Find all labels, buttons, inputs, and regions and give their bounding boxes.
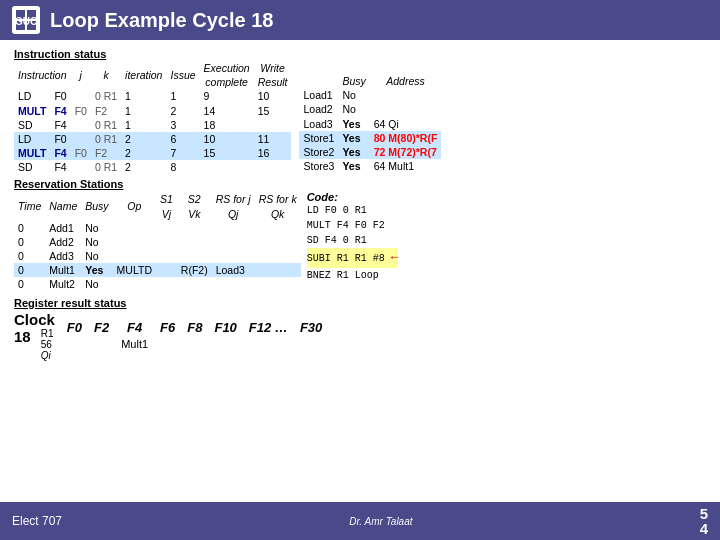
fu-addr: 72 M(72)*R(7	[370, 145, 442, 159]
col-iteration: iteration	[121, 61, 166, 89]
instr-issue: 8	[166, 160, 199, 174]
instr-j	[71, 118, 91, 132]
instr-exec	[200, 160, 254, 174]
instr-issue: 3	[166, 118, 199, 132]
instr-j	[71, 132, 91, 146]
instr-issue: 2	[166, 104, 199, 118]
page-number: 5 4	[700, 506, 708, 536]
reg-value	[181, 337, 208, 352]
instr-issue: 7	[166, 146, 199, 160]
fu-busy: No	[338, 102, 369, 116]
instr-k: F2	[91, 104, 121, 118]
code-line: LD F0 0 R1	[307, 203, 399, 218]
reg-header: F4	[115, 319, 154, 337]
qi-label: Qi	[41, 350, 54, 361]
rs-op: MULTD	[113, 263, 156, 277]
fu-col-addr: Address	[370, 74, 442, 88]
instr-exec: 15	[200, 146, 254, 160]
instruction-status-table: Instruction j k iteration Issue Executio…	[14, 61, 291, 174]
instr-name: MULT	[14, 104, 50, 118]
rs-qj	[212, 235, 255, 249]
instr-exec: 18	[200, 118, 254, 132]
instruction-status-label: Instruction status	[14, 48, 706, 60]
instr-write: 10	[254, 89, 292, 103]
rs-time: 0	[14, 263, 45, 277]
rs-col-name: Name	[45, 192, 81, 220]
rs-qj	[212, 249, 255, 263]
rs-vj	[156, 263, 177, 277]
fu-name: Load2	[299, 102, 338, 116]
logo: GUC	[12, 6, 40, 34]
rs-time: 0	[14, 277, 45, 291]
fu-name: Store1	[299, 131, 338, 145]
r1-section: R1 56 Qi	[41, 328, 54, 361]
rs-busy: No	[81, 221, 112, 235]
rs-qk	[255, 249, 301, 263]
code-section: Code: LD F0 0 R1MULT F4 F0 F2SD F4 0 R1S…	[307, 191, 399, 283]
fu-busy: No	[338, 88, 369, 102]
reg-value	[243, 337, 294, 352]
rs-name: Add2	[45, 235, 81, 249]
instr-reg: F4	[50, 160, 70, 174]
instr-iter: 2	[121, 146, 166, 160]
rs-label: Reservation Stations	[14, 178, 301, 190]
fu-busy: Yes	[338, 131, 369, 145]
reg-header: F8	[181, 319, 208, 337]
reg-result-row: Clock 18 R1 56 Qi F0F2F4F6F8F10F12 …F30 …	[14, 311, 706, 361]
rs-op	[113, 277, 156, 291]
rs-col-s1: S1Vj	[156, 192, 177, 220]
code-line: SUBI R1 R1 #8 ←	[307, 248, 399, 268]
fu-addr	[370, 102, 442, 116]
code-line: BNEZ R1 Loop	[307, 268, 399, 283]
rs-name: Mult1	[45, 263, 81, 277]
rs-name: Mult2	[45, 277, 81, 291]
page-title: Loop Example Cycle 18	[50, 9, 273, 32]
col-j: j	[71, 61, 91, 89]
col-exec: Executioncomplete	[200, 61, 254, 89]
fu-addr: 64 Mult1	[370, 159, 442, 173]
instr-write: 11	[254, 132, 292, 146]
fu-name: Store3	[299, 159, 338, 173]
instr-iter: 2	[121, 160, 166, 174]
code-label: Code:	[307, 191, 399, 203]
fu-busy: Yes	[338, 159, 369, 173]
rs-vk: R(F2)	[177, 263, 212, 277]
clock-label: Clock	[14, 311, 55, 328]
fu-col-busy: Busy	[338, 74, 369, 88]
fu-name: Load1	[299, 88, 338, 102]
fu-busy: Yes	[338, 117, 369, 131]
instr-name: LD	[14, 132, 50, 146]
instr-k: 0 R1	[91, 118, 121, 132]
rs-qj	[212, 277, 255, 291]
fu-name: Load3	[299, 117, 338, 131]
reg-value	[88, 337, 115, 352]
rs-vj	[156, 221, 177, 235]
clock-value: 18	[14, 328, 31, 345]
rs-vk	[177, 277, 212, 291]
footer-instructor: Dr. Amr Talaat	[349, 516, 412, 527]
reg-value: Mult1	[115, 337, 154, 352]
reg-header: F10	[208, 319, 242, 337]
rs-qk	[255, 235, 301, 249]
rs-name: Add3	[45, 249, 81, 263]
rs-vk	[177, 249, 212, 263]
rs-col-busy: Busy	[81, 192, 112, 220]
instr-iter: 1	[121, 104, 166, 118]
rs-col-s2: S2Vk	[177, 192, 212, 220]
rs-col-qk: RS for kQk	[255, 192, 301, 220]
rs-busy: No	[81, 235, 112, 249]
reg-value	[154, 337, 181, 352]
fu-name: Store2	[299, 145, 338, 159]
instr-write	[254, 160, 292, 174]
instr-reg: F4	[50, 118, 70, 132]
reg-value	[294, 337, 328, 352]
instr-k: F2	[91, 146, 121, 160]
reg-header: F2	[88, 319, 115, 337]
instr-k: 0 R1	[91, 89, 121, 103]
code-lines: LD F0 0 R1MULT F4 F0 F2SD F4 0 R1SUBI R1…	[307, 203, 399, 283]
instr-exec: 9	[200, 89, 254, 103]
r1-label: R1	[41, 328, 54, 339]
fu-status-table: Busy Address Load1NoLoad2NoLoad3Yes64 Qi…	[299, 74, 441, 173]
rs-col-qj: RS for jQj	[212, 192, 255, 220]
rs-busy: No	[81, 277, 112, 291]
